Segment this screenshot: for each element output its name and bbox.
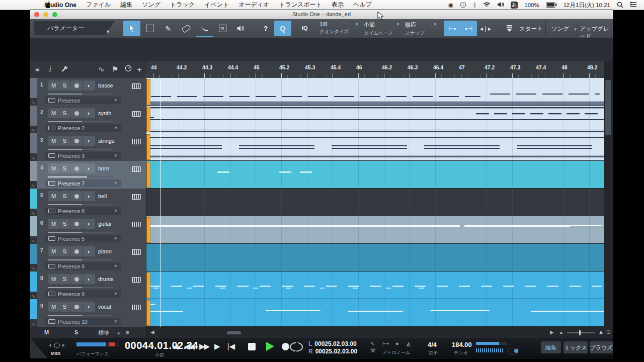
solo-button[interactable]: S bbox=[59, 191, 70, 201]
timebase-dropdown[interactable]: 小節 タイムベース ▼ bbox=[364, 21, 400, 36]
track-name[interactable]: piano bbox=[98, 248, 112, 254]
track-volume-line[interactable] bbox=[48, 315, 113, 316]
mute-button[interactable]: M bbox=[48, 246, 59, 256]
zoom-slider[interactable] bbox=[567, 332, 595, 333]
monitor-button[interactable]: ◐ bbox=[83, 274, 95, 284]
track-lane-synth[interactable] bbox=[146, 106, 604, 133]
track-name[interactable]: guitar bbox=[98, 221, 112, 227]
instrument-selector[interactable]: Presence 8▼ bbox=[45, 207, 121, 215]
listen-tool-button[interactable] bbox=[232, 21, 249, 36]
zoom-out-icon[interactable]: ▲ bbox=[559, 330, 564, 335]
song-page-button[interactable]: ソング bbox=[551, 25, 569, 33]
record-arm-button[interactable] bbox=[70, 246, 83, 256]
add-track-icon[interactable]: + bbox=[137, 65, 142, 75]
transport-return-to-start-button[interactable]: ∣◀ bbox=[226, 342, 234, 351]
solo-button[interactable]: S bbox=[59, 246, 70, 256]
automation-toggle-icon[interactable]: ∿ bbox=[31, 321, 35, 326]
parameter-caret-icon[interactable]: ▼ bbox=[106, 29, 110, 34]
solo-button[interactable]: S bbox=[59, 80, 70, 90]
global-solo-button[interactable]: S bbox=[74, 329, 78, 335]
solo-button[interactable]: S bbox=[59, 108, 70, 118]
clip-handle[interactable] bbox=[146, 107, 150, 132]
track-volume-line[interactable] bbox=[48, 176, 113, 177]
menu-item-6[interactable]: オーディオ bbox=[238, 1, 269, 9]
clip-handle[interactable] bbox=[146, 300, 150, 326]
notification-center-icon[interactable] bbox=[630, 2, 637, 9]
mute-button[interactable]: M bbox=[48, 219, 59, 229]
track-setup-icon[interactable] bbox=[60, 65, 68, 74]
horizontal-scrollbar-thumb[interactable] bbox=[227, 331, 241, 334]
track-lane-guitar[interactable] bbox=[146, 216, 604, 244]
menu-item-5[interactable]: イベント bbox=[204, 1, 229, 9]
instrument-selector[interactable]: Presence 7▼ bbox=[45, 179, 121, 187]
track-row-vocal[interactable]: 9MS◐vocalPresence 10▼ bbox=[37, 299, 146, 327]
apple-menu-icon[interactable] bbox=[44, 1, 51, 10]
mute-button[interactable]: M bbox=[48, 302, 59, 312]
precount-icon[interactable]: ● bbox=[395, 340, 399, 346]
performance-meter[interactable] bbox=[76, 342, 119, 346]
instrument-selector[interactable]: Presence 5▼ bbox=[45, 235, 121, 242]
track-lane-vocal[interactable] bbox=[146, 299, 604, 327]
menu-item-9[interactable]: ヘルプ bbox=[353, 1, 372, 9]
track-lane-strings[interactable] bbox=[146, 133, 604, 161]
inspector-icon[interactable]: i bbox=[49, 65, 51, 73]
snap-to-right-icon[interactable]: ▪⊣ bbox=[465, 25, 472, 32]
transport-fast-forward-button[interactable]: ▶▶ bbox=[199, 342, 209, 351]
instrument-selector[interactable]: Presence 3▼ bbox=[45, 152, 121, 159]
automation-toggle-icon[interactable]: ∿ bbox=[31, 266, 35, 271]
menu-item-4[interactable]: トラック bbox=[170, 1, 195, 9]
record-arm-button[interactable] bbox=[70, 191, 83, 201]
track-name[interactable]: horn bbox=[98, 165, 109, 171]
window-titlebar[interactable]: Studio One – dande_ed bbox=[30, 10, 613, 20]
monitor-button[interactable]: ◐ bbox=[83, 246, 95, 256]
transport-stop-button[interactable] bbox=[248, 342, 256, 352]
monitor-button[interactable]: ◐ bbox=[83, 163, 95, 173]
track-lane-basse[interactable] bbox=[146, 78, 604, 106]
track-volume-line[interactable] bbox=[48, 121, 113, 122]
menu-item-3[interactable]: ソング bbox=[142, 1, 160, 9]
track-volume-line[interactable] bbox=[48, 259, 113, 260]
track-lane-piano[interactable] bbox=[146, 244, 604, 272]
instrument-selector[interactable]: Presence 9▼ bbox=[45, 290, 121, 298]
track-volume-line[interactable] bbox=[48, 149, 113, 150]
metronome-icon[interactable]: ◭ bbox=[407, 340, 411, 347]
mute-button[interactable]: M bbox=[48, 191, 59, 201]
clip-handle[interactable] bbox=[146, 273, 150, 298]
track-row-drums[interactable]: 8MS◐drumsPresence 9▼ bbox=[37, 272, 146, 300]
mute-button[interactable]: M bbox=[48, 163, 59, 173]
track-row-basse[interactable]: 1MS◐bassePresence▼ bbox=[37, 78, 146, 106]
tempo-curve-icon[interactable]: ∿ bbox=[370, 340, 375, 347]
battery-icon[interactable] bbox=[546, 2, 557, 9]
track-lane-horn[interactable] bbox=[146, 161, 604, 189]
track-row-synth[interactable]: 2MS◐synthPresence 2▼ bbox=[37, 106, 146, 134]
track-name[interactable]: vocal bbox=[98, 304, 111, 310]
instrument-selector[interactable]: Presence▼ bbox=[45, 97, 121, 104]
record-arm-button[interactable] bbox=[70, 108, 83, 118]
scroll-left-icon[interactable]: ◀ bbox=[150, 329, 154, 335]
snap-to-left-icon[interactable]: ⊢▪ bbox=[448, 25, 456, 32]
track-name[interactable]: bell bbox=[98, 193, 107, 199]
split-view-button[interactable]: ◂❘▸ bbox=[479, 21, 492, 36]
track-row-bell[interactable]: 5MS◐bellPresence 8▼ bbox=[37, 189, 146, 217]
track-name[interactable]: drums bbox=[98, 276, 114, 282]
range-tool-button[interactable] bbox=[141, 21, 158, 36]
paint-tool-button[interactable]: ✎ bbox=[159, 21, 177, 36]
arrange-view[interactable] bbox=[146, 78, 604, 327]
spotlight-icon[interactable] bbox=[617, 2, 623, 9]
transport-prev-bar-button[interactable]: ◀ bbox=[173, 342, 178, 351]
bend-tool-button[interactable] bbox=[196, 21, 213, 37]
track-row-piano[interactable]: 7MS◐pianoPresence 6▼ bbox=[37, 244, 146, 272]
mute-button[interactable]: M bbox=[48, 136, 59, 146]
monitor-button[interactable]: ◐ bbox=[83, 80, 95, 90]
tempo-track-icon[interactable] bbox=[125, 65, 132, 73]
view-button-0[interactable]: 編集 bbox=[541, 341, 561, 353]
loop-icon[interactable] bbox=[289, 341, 304, 354]
screen-record-icon[interactable]: ◉ bbox=[448, 2, 453, 9]
track-name[interactable]: basse bbox=[98, 82, 113, 88]
track-name[interactable]: strings bbox=[98, 138, 114, 144]
automation-toggle-icon[interactable]: ∿ bbox=[31, 183, 35, 188]
solo-button[interactable]: S bbox=[59, 219, 70, 229]
track-row-horn[interactable]: 4MS◐hornPresence 7▼ bbox=[37, 161, 146, 189]
solo-button[interactable]: S bbox=[59, 136, 70, 146]
menu-item-8[interactable]: 表示 bbox=[332, 1, 344, 9]
